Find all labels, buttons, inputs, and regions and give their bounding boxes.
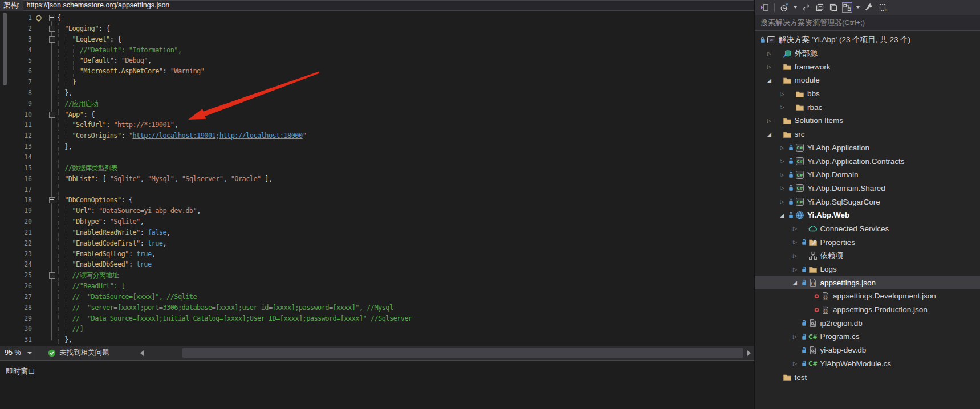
expander-closed-icon[interactable]: ▷ [778, 145, 787, 150]
switch-views-icon[interactable] [759, 2, 770, 13]
expander-closed-icon[interactable]: ▷ [778, 172, 787, 178]
tree-item-program.cs[interactable]: ▷C#Program.cs [755, 330, 980, 343]
tree-item-appsettings.production.json[interactable]: {}appsettings.Production.json [755, 303, 980, 317]
expander-closed-icon[interactable]: ▷ [791, 239, 800, 245]
tree-item-ip2region.db[interactable]: ip2region.db [755, 316, 980, 330]
swap-arrows-icon[interactable] [801, 2, 811, 13]
tree-item-logs[interactable]: ▷Logs [755, 263, 980, 276]
show-all-files-icon[interactable] [877, 2, 888, 13]
expander-closed-icon[interactable]: ▷ [778, 199, 787, 204]
expander-closed-icon[interactable]: ▷ [791, 226, 800, 231]
code-line-18[interactable]: "DbConnOptions": { [0, 195, 754, 206]
expander-closed-icon[interactable]: ▷ [765, 118, 774, 124]
tree-item-appsettings.json[interactable]: ◢{}appsettings.json [755, 276, 980, 289]
chevron-down-icon[interactable] [856, 6, 860, 9]
tree-item-yi.abp.application[interactable]: ▷C#Yi.Abp.Application [755, 141, 980, 155]
horizontal-scrollbar-thumb[interactable] [182, 348, 743, 358]
tree-item--[interactable]: ▷外部源 [755, 47, 980, 60]
expander-closed-icon[interactable]: ▷ [791, 253, 800, 259]
immediate-window[interactable]: 即时窗口 [0, 360, 754, 409]
tree-item--yi.abp-23-23-[interactable]: ∞解决方案 'Yi.Abp' (23 个项目, 共 23 个) [755, 33, 980, 47]
tree-item-yi.abp.domain.shared[interactable]: ▷C#Yi.Abp.Domain.Shared [755, 182, 980, 195]
code-line-4[interactable]: //"Default": "Information", [0, 45, 754, 56]
horizontal-scrollbar[interactable] [147, 346, 745, 360]
expander-closed-icon[interactable]: ▷ [765, 64, 774, 69]
expander-closed-icon[interactable]: ▷ [791, 361, 800, 366]
code-line-10[interactable]: "App": { [0, 109, 754, 120]
hscroll-left-button[interactable] [137, 346, 147, 360]
expander-closed-icon[interactable]: ▷ [778, 158, 787, 164]
expander-closed-icon[interactable]: ▷ [778, 185, 787, 191]
code-line-7[interactable]: } [0, 77, 754, 88]
tree-item-yi.abp.application.contracts[interactable]: ▷C#Yi.Abp.Application.Contracts [755, 154, 980, 168]
tree-item-properties[interactable]: ▷Properties [755, 235, 980, 249]
hscroll-right-button[interactable] [744, 346, 754, 360]
expander-open-icon[interactable]: ◢ [778, 212, 787, 218]
code-line-15[interactable]: //数据库类型列表 [0, 163, 754, 174]
expander-open-icon[interactable]: ◢ [765, 132, 774, 137]
tree-item-appsettings.development.json[interactable]: {}appsettings.Development.json [755, 289, 980, 303]
expander-closed-icon[interactable]: ▷ [791, 334, 800, 340]
code-line-5[interactable]: "Default": "Debug", [0, 55, 754, 66]
collapse-all-icon[interactable] [815, 2, 825, 13]
tree-item--[interactable]: ▷依赖项 [755, 249, 980, 263]
zoom-level-combobox[interactable]: 95 % [0, 346, 36, 360]
code-line-8[interactable]: }, [0, 88, 754, 99]
expander-closed-icon[interactable]: ▷ [765, 51, 774, 56]
tree-item-bbs[interactable]: ▷bbs [755, 87, 980, 101]
tree-item-yiabpwebmodule.cs[interactable]: ▷C#YiAbpWebModule.cs [755, 357, 980, 371]
code-line-22[interactable]: "EnabledCodeFirst": true, [0, 238, 754, 249]
code-line-2[interactable]: "Logging": { [0, 23, 754, 34]
tree-item-yi.abp.web[interactable]: ◢Yi.Abp.Web [755, 208, 980, 222]
tree-item-test[interactable]: test [755, 370, 980, 384]
expander-closed-icon[interactable]: ▷ [791, 267, 800, 272]
expander-closed-icon[interactable]: ▷ [778, 104, 787, 110]
code-line-12[interactable]: "CorsOrigins": "http://localhost:19001;h… [0, 130, 754, 141]
document-health-indicator[interactable]: 未找到相关问题 [48, 346, 109, 360]
code-line-21[interactable]: "EnabledReadWrite": false, [0, 227, 754, 238]
token-pl: , [197, 207, 201, 215]
chevron-down-icon[interactable] [794, 6, 797, 9]
tree-item-yi.abp.domain[interactable]: ▷C#Yi.Abp.Domain [755, 168, 980, 182]
code-line-14[interactable] [0, 152, 754, 163]
token-st: "Warning" [170, 67, 205, 75]
code-line-29[interactable]: // "Data Source=[xxxx];Initial Catalog=[… [0, 313, 754, 324]
schema-url-combobox[interactable]: https://json.schemastore.org/appsettings… [23, 0, 754, 11]
history-filter-icon[interactable] [779, 2, 790, 13]
tree-item-label: 依赖项 [819, 251, 844, 261]
tree-item-rbac[interactable]: ▷rbac [755, 100, 980, 114]
tree-item-connected-services[interactable]: ▷Connected Services [755, 222, 980, 236]
code-line-1[interactable]: { [0, 13, 754, 23]
code-line-11[interactable]: "SelfUrl": "http://*:19001", [0, 120, 754, 130]
code-line-16[interactable]: "DbList": [ "Sqlite", "Mysql", "Sqlserve… [0, 174, 754, 185]
tree-item-yi.abp.sqlsugarcore[interactable]: ▷C#Yi.Abp.SqlSugarCore [755, 195, 980, 208]
tree-item-module[interactable]: ◢module [755, 73, 980, 87]
code-line-6[interactable]: "Microsoft.AspNetCore": "Warning" [0, 66, 754, 77]
code-line-31[interactable]: }, [0, 334, 754, 345]
code-line-26[interactable]: //"ReadUrl": [ [0, 281, 754, 292]
sync-active-document-icon[interactable] [842, 2, 852, 13]
code-line-24[interactable]: "EnabledDbSeed": true [0, 259, 754, 270]
tree-item-framework[interactable]: ▷framework [755, 60, 980, 73]
code-line-25[interactable]: //读写分离地址 [0, 270, 754, 281]
code-line-3[interactable]: "LogLevel": { [0, 34, 754, 45]
code-line-30[interactable]: //] [0, 324, 754, 334]
code-line-20[interactable]: "DbType": "Sqlite", [0, 216, 754, 227]
code-line-27[interactable]: // "DataSource=[xxxx]", //Sqlite [0, 292, 754, 302]
copy-documents-icon[interactable] [828, 2, 839, 13]
expander-open-icon[interactable]: ◢ [791, 280, 800, 285]
tree-item-yi-abp-dev.db[interactable]: yi-abp-dev.db [755, 343, 980, 357]
code-line-13[interactable]: }, [0, 141, 754, 152]
code-line-28[interactable]: // "server=[xxxx];port=3306;database=[xx… [0, 302, 754, 313]
tree-item-solution-items[interactable]: ▷Solution Items [755, 114, 980, 128]
tree-item-src[interactable]: ◢src [755, 128, 980, 141]
code-line-19[interactable]: "Url": "DataSource=yi-abp-dev.db", [0, 206, 754, 216]
code-line-9[interactable]: //应用启动 [0, 99, 754, 109]
wrench-icon[interactable] [864, 2, 874, 13]
code-line-23[interactable]: "EnabledSqlLog": true, [0, 249, 754, 260]
expander-open-icon[interactable]: ◢ [765, 77, 774, 83]
expander-closed-icon[interactable]: ▷ [778, 91, 787, 97]
json-editor[interactable]: 1234567891011121314151617181920212223242… [0, 11, 754, 346]
code-line-17[interactable] [0, 185, 754, 195]
search-input[interactable] [755, 18, 980, 27]
